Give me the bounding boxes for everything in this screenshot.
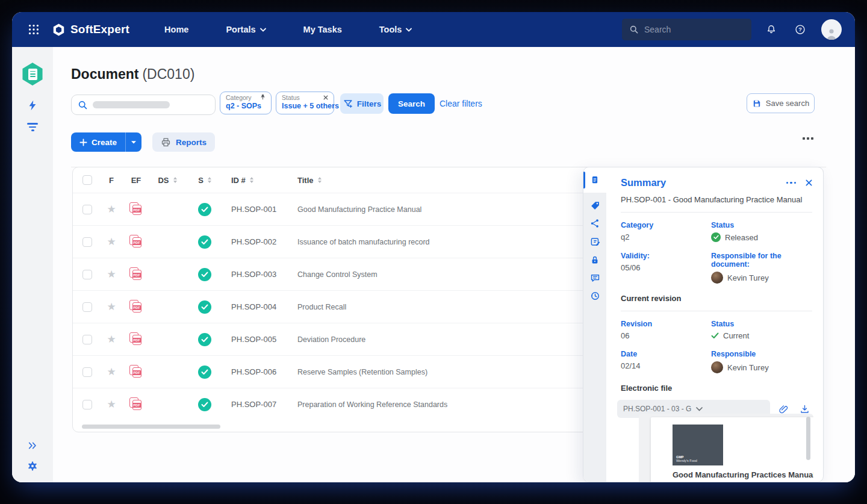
column-header-id[interactable]: ID # [231,176,246,185]
create-dropdown-button[interactable] [125,132,141,152]
favorite-star-icon[interactable]: ★ [107,269,116,279]
more-options-icon[interactable] [803,137,813,140]
field-category: Category q2 [621,221,711,242]
create-button[interactable]: Create [71,132,125,152]
row-checkbox[interactable] [82,302,92,312]
row-checkbox[interactable] [82,400,92,409]
document-id: PH.SOP-003 [223,270,290,279]
filter-bar: Category q2 - SOPs Status Issue + 5 othe… [53,92,855,118]
panel-tab-comments-icon[interactable] [583,269,606,287]
pdf-file-icon[interactable]: PDF [129,332,143,346]
preview-scrollbar[interactable] [806,417,810,460]
nav-home[interactable]: Home [164,25,188,34]
select-all-checkbox[interactable] [82,175,92,185]
favorite-star-icon[interactable]: ★ [107,237,116,247]
preview-page[interactable]: GMP Wendy's Food Good Manufacturing Prac… [651,417,813,482]
brand-name: SoftExpert [70,23,129,36]
column-header-ef[interactable]: EF [131,176,141,185]
row-checkbox[interactable] [82,205,92,214]
table-search-input[interactable] [71,95,216,115]
panel-tab-lock-icon[interactable] [583,250,606,269]
column-header-title[interactable]: Title [297,176,314,185]
favorite-star-icon[interactable]: ★ [107,367,116,377]
saved-filters-icon[interactable] [25,119,40,135]
divider [621,311,812,311]
user-avatar[interactable] [821,19,842,40]
released-check-icon [711,232,721,242]
panel-tab-form-edit-icon[interactable] [583,232,606,250]
remove-filter-icon[interactable] [323,95,328,101]
help-icon[interactable]: ? [791,20,809,39]
favorite-star-icon[interactable]: ★ [107,204,116,214]
settings-gear-icon[interactable] [25,458,40,474]
filters-button[interactable]: Filters [340,93,384,114]
responsible-avatar [711,272,723,284]
pdf-file-icon[interactable]: PDF [129,300,143,314]
softexpert-logo[interactable]: SoftExpert [52,23,129,37]
row-checkbox[interactable] [82,335,92,344]
global-search-input[interactable]: Search [622,19,751,40]
pdf-file-icon[interactable]: PDF [129,397,143,411]
panel-close-icon[interactable] [806,179,812,186]
notifications-bell-icon[interactable] [762,20,780,39]
category-chip-value: q2 - SOPs [226,102,266,110]
favorite-star-icon[interactable]: ★ [107,399,116,409]
nav-tools[interactable]: Tools [379,25,412,34]
sort-icon[interactable] [250,177,253,184]
summary-subtitle: PH.SOP-001 - Good Manufacturing Practice… [621,195,812,204]
filters-label: Filters [357,99,382,108]
row-checkbox[interactable] [82,270,92,279]
panel-tab-history-icon[interactable] [583,287,606,305]
favorite-star-icon[interactable]: ★ [107,334,116,344]
sort-icon[interactable] [318,177,322,184]
summary-panel-content: Summary PH.SOP-001 - Good Manufacturing … [606,167,823,482]
favorite-star-icon[interactable]: ★ [107,302,116,312]
nav-portals[interactable]: Portals [226,25,266,34]
file-preview-area: GMP Wendy's Food Good Manufacturing Prac… [639,414,813,482]
app-launcher-icon[interactable] [25,21,42,38]
panel-tab-share-icon[interactable] [583,214,606,232]
funnel-icon [343,98,353,109]
status-filter-chip[interactable]: Status Issue + 5 others [276,92,334,114]
reports-button[interactable]: Reports [152,132,215,152]
search-placeholder-redacted [93,101,170,108]
pdf-file-icon[interactable]: PDF [129,235,143,249]
nav-my-tasks[interactable]: My Tasks [303,25,342,34]
document-glyph-icon [28,69,37,80]
quick-access-lightning-icon[interactable] [25,98,40,113]
revision-value: 06 [621,331,711,340]
field-status: Status Released [711,221,812,242]
svg-text:?: ? [798,26,802,33]
pdf-file-icon[interactable]: PDF [129,202,143,216]
app-body: Document(DC010) Category q2 - SO [12,47,855,482]
panel-tab-document-icon[interactable] [583,167,606,193]
panel-tab-tag-icon[interactable] [583,196,606,214]
expand-sidebar-icon[interactable] [25,438,40,453]
clear-filters-link[interactable]: Clear filters [440,99,482,108]
category-filter-chip[interactable]: Category q2 - SOPs [220,92,272,114]
summary-panel-header: Summary [621,177,812,188]
pdf-file-icon[interactable]: PDF [129,365,143,379]
sort-icon[interactable] [173,177,177,184]
save-search-button[interactable]: Save search [747,93,815,113]
sort-icon[interactable] [208,177,211,184]
column-header-s[interactable]: S [198,176,204,185]
status-chip-value: Issue + 5 others [282,102,328,110]
softexpert-logo-icon [52,23,66,37]
search-button[interactable]: Search [388,93,435,114]
horizontal-scrollbar[interactable] [82,425,220,429]
desktop-background: SoftExpert Home Portals My Tasks Tools S… [0,0,867,504]
search-icon [78,100,88,110]
document-module-icon[interactable] [22,63,43,86]
page-title-text: Document [71,66,138,82]
pdf-file-icon[interactable]: PDF [129,267,143,281]
panel-more-options-icon[interactable] [786,182,797,184]
responsible-doc-value: Kevin Turey [727,273,769,282]
column-header-f[interactable]: F [109,176,114,185]
current-check-icon [711,332,719,339]
row-checkbox[interactable] [82,237,92,247]
pin-icon[interactable] [260,94,266,101]
field-revision: Revision 06 [621,320,711,340]
column-header-ds[interactable]: DS [158,176,169,185]
row-checkbox[interactable] [82,367,92,377]
